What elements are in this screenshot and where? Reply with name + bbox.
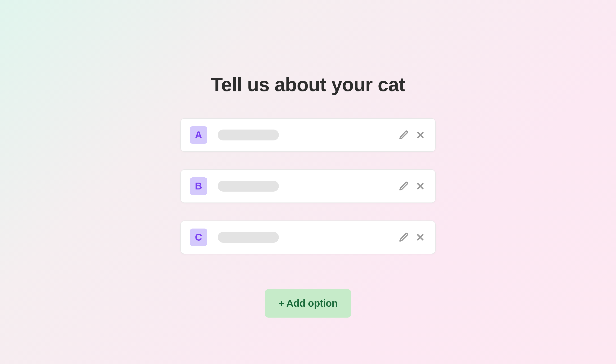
option-letter-badge: B [190, 177, 207, 195]
option-letter-badge: C [190, 229, 207, 246]
close-icon[interactable] [414, 180, 426, 192]
option-row[interactable]: C [180, 221, 436, 254]
option-text-placeholder[interactable] [218, 130, 279, 141]
edit-icon[interactable] [398, 231, 410, 243]
option-letter-badge: A [190, 126, 207, 144]
edit-icon[interactable] [398, 129, 410, 141]
option-row[interactable]: A [180, 118, 436, 152]
add-option-button[interactable]: + Add option [265, 289, 351, 318]
close-icon[interactable] [414, 129, 426, 141]
close-icon[interactable] [414, 231, 426, 243]
edit-icon[interactable] [398, 180, 410, 192]
options-list: A B C + Add option [180, 118, 436, 318]
option-row[interactable]: B [180, 169, 436, 203]
page-title: Tell us about your cat [211, 73, 405, 96]
option-text-placeholder[interactable] [218, 232, 279, 243]
option-text-placeholder[interactable] [218, 181, 279, 192]
